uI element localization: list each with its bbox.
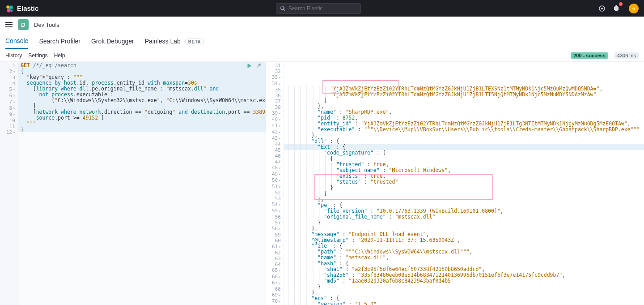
top-header: Elastic s xyxy=(0,0,644,17)
avatar[interactable]: s xyxy=(629,4,639,13)
search-icon xyxy=(280,5,286,12)
console-toolbar: History Settings Help 200 - success 4306… xyxy=(0,49,644,62)
timing-badge: 4306 ms xyxy=(614,52,639,59)
notifications-icon[interactable] xyxy=(613,4,620,13)
console-split-view: 123456789101112 GET /*/_eql/search{ "key… xyxy=(0,62,644,305)
breadcrumb: Dev Tools xyxy=(34,21,59,28)
logo-block[interactable]: Elastic xyxy=(5,4,38,13)
toolbar-help[interactable]: Help xyxy=(54,52,65,59)
tab-console[interactable]: Console xyxy=(5,34,28,49)
wrench-icon[interactable] xyxy=(256,63,262,69)
svg-rect-6 xyxy=(615,10,618,11)
elastic-logo-icon xyxy=(5,4,13,13)
request-editor[interactable]: GET /*/_eql/search{ "key">"query": """ s… xyxy=(18,62,266,305)
notification-dot xyxy=(619,2,623,6)
beta-badge: BETA xyxy=(185,39,204,45)
response-viewer[interactable]: | | | | | | | "YjA3ZmVkZjEtYzEzZi02YTRhL… xyxy=(284,62,644,305)
request-pane: 123456789101112 GET /*/_eql/search{ "key… xyxy=(0,62,266,305)
global-search[interactable] xyxy=(276,3,361,14)
logo-text: Elastic xyxy=(17,4,38,12)
tab-painless-lab[interactable]: Painless Lab BETA xyxy=(145,34,204,48)
run-icon[interactable] xyxy=(246,63,252,69)
svg-point-2 xyxy=(7,9,11,12)
svg-point-5 xyxy=(601,8,603,9)
search-input[interactable] xyxy=(288,5,357,12)
sub-header: D Dev Tools xyxy=(0,17,644,33)
request-actions xyxy=(246,63,262,69)
request-gutter: 123456789101112 xyxy=(0,62,18,305)
header-icons: s xyxy=(598,4,639,13)
response-pane: 3132333435363738394041424344454647484950… xyxy=(266,62,644,305)
response-gutter: 3132333435363738394041424344454647484950… xyxy=(266,62,284,305)
toolbar-settings[interactable]: Settings xyxy=(28,52,47,59)
status-badge: 200 - success xyxy=(571,52,608,59)
svg-point-3 xyxy=(11,9,13,12)
tab-grok-debugger[interactable]: Grok Debugger xyxy=(91,34,134,48)
svg-point-0 xyxy=(6,5,9,9)
toolbar-history[interactable]: History xyxy=(5,52,22,59)
tab-search-profiler[interactable]: Search Profiler xyxy=(39,34,80,48)
app-badge: D xyxy=(18,19,29,30)
tab-painless-label: Painless Lab xyxy=(145,38,181,45)
newsfeed-icon[interactable] xyxy=(598,5,606,12)
tabs-row: Console Search Profiler Grok Debugger Pa… xyxy=(0,33,644,49)
nav-toggle-icon[interactable] xyxy=(5,22,13,27)
